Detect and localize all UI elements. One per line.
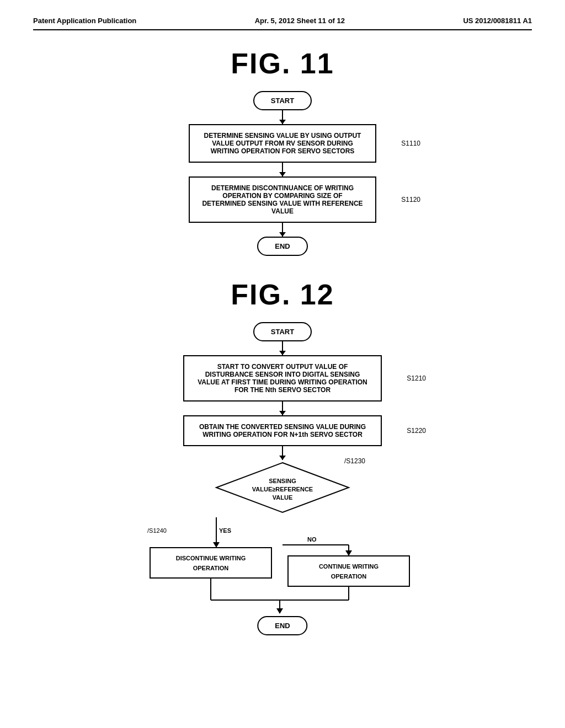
fig12-flowchart: START START TO CONVERT OUTPUT VALUE OF D… (33, 322, 532, 641)
fig11-end: END (257, 237, 307, 256)
fig11-s1120-label: S1120 (401, 196, 420, 204)
svg-text:/S1240: /S1240 (147, 527, 167, 534)
fig12-step-s1210-container: START TO CONVERT OUTPUT VALUE OF DISTURB… (183, 355, 382, 402)
arrow (282, 446, 283, 460)
fig12-step-s1220-container: OBTAIN THE CONVERTED SENSING VALUE DURIN… (183, 415, 382, 446)
arrow (282, 110, 283, 124)
svg-marker-24 (276, 608, 283, 614)
svg-rect-17 (288, 556, 409, 586)
fig11-step-s1110: DETERMINE SENSING VALUE BY USING OUTPUT … (189, 124, 376, 163)
svg-text:NO: NO (307, 536, 317, 543)
fig12-s1210-label: S1210 (407, 374, 426, 382)
svg-marker-6 (213, 542, 220, 548)
fig11-step-s1120-container: DETERMINE DISCONTINUANCE OF WRITING OPER… (189, 176, 376, 223)
fig12-end-oval: END (257, 616, 307, 635)
fig12-s1220-label: S1220 (407, 427, 426, 435)
fig12-step-s1210: START TO CONVERT OUTPUT VALUE OF DISTURB… (183, 355, 382, 402)
svg-text:OPERATION: OPERATION (331, 573, 367, 580)
svg-text:DISCONTINUE WRITING: DISCONTINUE WRITING (176, 555, 246, 561)
arrow (282, 223, 283, 237)
fig12-title: FIG. 12 (33, 278, 532, 311)
svg-text:CONTINUE WRITING: CONTINUE WRITING (319, 563, 379, 570)
arrow (282, 341, 283, 355)
header-right: US 2012/0081811 A1 (463, 17, 532, 25)
svg-marker-11 (345, 550, 352, 556)
header-left: Patent Application Publication (33, 17, 136, 25)
fig11-step-s1120: DETERMINE DISCONTINUANCE OF WRITING OPER… (189, 176, 376, 223)
fig12-diamond-container: SENSING VALUE≥REFERENCE VALUE /S1230 (211, 460, 354, 517)
fig11-step-s1110-container: DETERMINE SENSING VALUE BY USING OUTPUT … (189, 124, 376, 163)
page-header: Patent Application Publication Apr. 5, 2… (33, 17, 532, 30)
fig11-s1110-label: S1110 (401, 140, 420, 147)
fig12-s1230-label: /S1230 (344, 457, 365, 465)
fig11-start: START (253, 91, 312, 110)
header-center: Apr. 5, 2012 Sheet 11 of 12 (255, 17, 345, 25)
arrow (282, 163, 283, 176)
fig12-end: END (257, 616, 307, 635)
svg-rect-14 (150, 548, 271, 578)
fig12-branches: YES /S1240 NO /S1250 DISCONTINUE WRITING… (145, 517, 420, 641)
svg-text:VALUE≥REFERENCE: VALUE≥REFERENCE (252, 486, 313, 493)
fig12-start: START (253, 322, 312, 341)
svg-text:YES: YES (219, 527, 231, 534)
fig11-flowchart: START DETERMINE SENSING VALUE BY USING O… (33, 91, 532, 256)
arrow (282, 402, 283, 415)
svg-text:OPERATION: OPERATION (193, 565, 229, 571)
fig12-diamond-svg: SENSING VALUE≥REFERENCE VALUE (211, 460, 354, 515)
page: Patent Application Publication Apr. 5, 2… (0, 0, 565, 728)
fig12-step-s1220: OBTAIN THE CONVERTED SENSING VALUE DURIN… (183, 415, 382, 446)
svg-text:VALUE: VALUE (273, 494, 292, 501)
svg-text:SENSING: SENSING (269, 478, 296, 484)
fig11-title: FIG. 11 (33, 47, 532, 80)
